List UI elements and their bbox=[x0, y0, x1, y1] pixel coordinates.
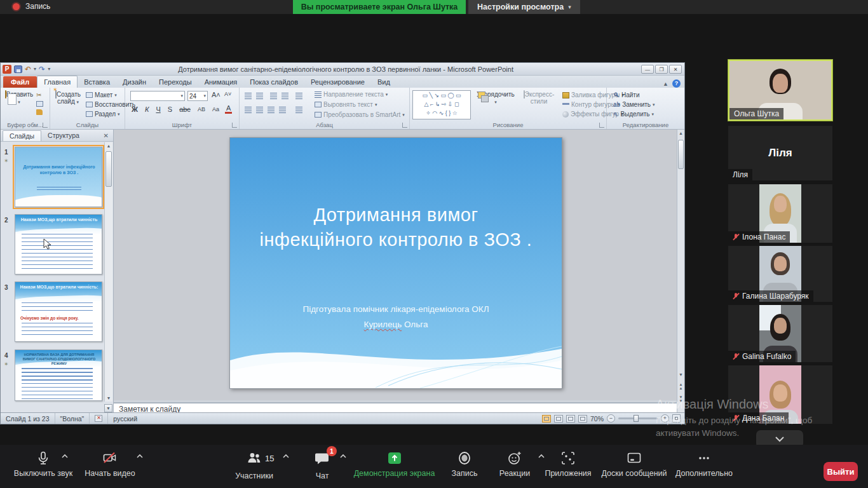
panel-scroll-down-icon[interactable]: ▼ bbox=[105, 396, 112, 400]
layout-button[interactable]: Макет ▾ bbox=[86, 92, 117, 98]
close-panel-icon[interactable]: ✕ bbox=[99, 132, 113, 139]
theme-name[interactable]: "Волна" bbox=[55, 413, 90, 424]
font-color-button[interactable]: А bbox=[225, 104, 232, 114]
participant-tile-ilona-panas[interactable]: Ілона Панас bbox=[728, 184, 832, 243]
zoom-slider[interactable] bbox=[618, 417, 658, 419]
font-dialog-launcher[interactable] bbox=[232, 123, 237, 128]
grow-font-button[interactable]: A˄ bbox=[212, 91, 220, 98]
tab-design[interactable]: Дизайн bbox=[116, 76, 153, 88]
record-button[interactable]: Запись bbox=[440, 450, 489, 478]
format-painter-button[interactable] bbox=[36, 109, 43, 115]
paragraph-dialog-launcher[interactable] bbox=[402, 123, 407, 128]
tab-file[interactable]: Файл bbox=[3, 76, 37, 88]
view-settings-dropdown[interactable]: Настройки просмотра ▾ bbox=[468, 0, 580, 14]
participants-button[interactable]: 15 Участники bbox=[227, 450, 281, 480]
outline-tab[interactable]: Структура bbox=[41, 130, 86, 140]
justify-button[interactable] bbox=[279, 107, 286, 113]
underline-button[interactable]: Ч bbox=[154, 105, 161, 113]
quick-styles-button[interactable]: Экспресс-стили bbox=[517, 91, 561, 105]
participant-tile-olga-shutka[interactable]: Ольга Шутка bbox=[728, 60, 832, 121]
start-video-button[interactable]: Начать видео bbox=[81, 450, 139, 478]
undo-dropdown-icon[interactable]: ▾ bbox=[34, 66, 36, 72]
copy-button[interactable] bbox=[36, 101, 43, 107]
zoom-out-button[interactable]: − bbox=[607, 414, 615, 423]
shapes-gallery[interactable]: ▭ ╲ ↘ ▭ ◯ ▭ △ ⌐ ↳ ⇨ ⇩ ◻ ✧ ◠ ∿ { } ☆ bbox=[412, 90, 471, 119]
next-slide-button[interactable]: ▼▼ bbox=[677, 395, 684, 403]
participant-tile-galina-fufalko[interactable]: Galina Fufalko bbox=[728, 305, 832, 362]
mute-options-chevron-icon[interactable] bbox=[61, 454, 69, 459]
slide-sorter-view-button[interactable] bbox=[554, 415, 563, 423]
current-slide[interactable]: Дотримання вимог інфекційного контролю в… bbox=[229, 137, 562, 389]
main-vertical-scrollbar[interactable]: ▲ ▼ ▲▲ ▼▼ bbox=[677, 130, 684, 414]
help-icon[interactable]: ? bbox=[672, 79, 681, 88]
columns-button[interactable] bbox=[295, 107, 302, 113]
decrease-indent-button[interactable] bbox=[270, 93, 277, 99]
share-screen-button[interactable]: Демонстрация экрана bbox=[348, 450, 440, 478]
increase-indent-button[interactable] bbox=[281, 93, 288, 99]
participant-tile-galyna-sharaburiak[interactable]: Галина Шарабуряк bbox=[728, 246, 832, 302]
slideshow-view-button[interactable] bbox=[578, 415, 587, 423]
slides-tab[interactable]: Слайды bbox=[3, 130, 41, 141]
tab-slideshow[interactable]: Показ слайдов bbox=[243, 76, 304, 88]
undo-button[interactable]: ↶ bbox=[25, 65, 31, 73]
fit-to-window-button[interactable] bbox=[672, 414, 681, 423]
text-direction-button[interactable]: Направление текста ▾ bbox=[315, 91, 388, 98]
participant-tile-lilya[interactable]: Ліля Ліля bbox=[728, 126, 832, 180]
panel-bottom-arrow-button[interactable]: ▼ bbox=[104, 404, 112, 412]
scroll-thumb[interactable] bbox=[678, 140, 684, 169]
change-case-button[interactable]: Аа bbox=[211, 106, 220, 112]
restore-button[interactable]: ❐ bbox=[655, 65, 668, 74]
find-button[interactable]: 🔍︎ Найти bbox=[613, 92, 640, 98]
more-button[interactable]: Дополнительно bbox=[674, 450, 735, 478]
language-indicator[interactable]: русский bbox=[108, 413, 142, 424]
align-center-button[interactable] bbox=[256, 107, 263, 113]
scroll-down-icon[interactable]: ▼ bbox=[677, 372, 684, 377]
text-shadow-button[interactable]: S bbox=[166, 105, 173, 113]
align-right-button[interactable] bbox=[268, 107, 275, 113]
scroll-up-icon[interactable]: ▲ bbox=[677, 131, 684, 135]
tab-insert[interactable]: Вставка bbox=[78, 76, 116, 88]
font-size-combo[interactable]: 24▾ bbox=[187, 91, 208, 101]
strikethrough-button[interactable]: abc bbox=[178, 105, 192, 113]
smartart-button[interactable]: Преобразовать в SmartArt ▾ bbox=[315, 111, 405, 118]
replace-button[interactable]: ab Заменить ▾ bbox=[613, 101, 655, 108]
zoom-slider-thumb[interactable] bbox=[634, 415, 639, 422]
previous-slide-button[interactable]: ▲▲ bbox=[677, 383, 684, 390]
panel-scroll-up-icon[interactable]: ▲ bbox=[105, 144, 112, 148]
font-name-combo[interactable]: ▾ bbox=[130, 91, 185, 101]
slide-thumbnail-2[interactable]: Накази МОЗ,що втратили чинність bbox=[15, 214, 102, 274]
cut-button[interactable]: ✂ bbox=[36, 92, 41, 98]
select-button[interactable]: ⇖ Выделить ▾ bbox=[613, 111, 654, 118]
bullets-button[interactable] bbox=[245, 93, 252, 99]
paste-button[interactable]: Вставить ▾ bbox=[4, 91, 34, 105]
bold-button[interactable]: Ж bbox=[130, 105, 139, 113]
chat-options-chevron-icon[interactable] bbox=[339, 454, 347, 459]
tab-animations[interactable]: Анимация bbox=[198, 76, 244, 88]
shrink-font-button[interactable]: A˅ bbox=[224, 91, 231, 97]
italic-button[interactable]: К bbox=[144, 105, 150, 113]
section-button[interactable]: Раздел ▾ bbox=[86, 111, 120, 118]
numbering-button[interactable] bbox=[256, 93, 263, 99]
character-spacing-button[interactable]: АВ bbox=[196, 106, 207, 112]
slide-thumbnail-1[interactable]: Дотримання вимог інфекційного контролю в… bbox=[15, 147, 102, 207]
normal-view-button[interactable] bbox=[542, 415, 551, 423]
line-spacing-button[interactable] bbox=[295, 93, 302, 99]
panel-scroll-thumb[interactable] bbox=[105, 151, 112, 187]
video-options-chevron-icon[interactable] bbox=[136, 454, 144, 459]
participants-options-chevron-icon[interactable] bbox=[282, 454, 290, 459]
reactions-button[interactable]: Реакции bbox=[492, 450, 538, 478]
new-slide-button[interactable]: Создать слайд ▾ bbox=[53, 91, 83, 105]
drawing-dialog-launcher[interactable] bbox=[599, 123, 604, 128]
chat-button[interactable]: 1 Чат bbox=[304, 450, 341, 480]
save-button[interactable] bbox=[14, 65, 22, 73]
powerpoint-app-icon[interactable]: P bbox=[3, 65, 11, 74]
apps-button[interactable]: Приложения bbox=[541, 450, 595, 478]
tab-transitions[interactable]: Переходы bbox=[153, 76, 198, 88]
clipboard-dialog-launcher[interactable] bbox=[43, 123, 48, 128]
arrange-button[interactable]: Упорядочить ▾ bbox=[476, 91, 515, 105]
slide-panel-scrollbar[interactable]: ▲ ▼ bbox=[104, 142, 112, 402]
participant-tile-dana-balan[interactable]: Дана Балан bbox=[728, 365, 832, 424]
spellcheck-status[interactable] bbox=[90, 413, 108, 424]
slide-thumbnail-3[interactable]: Накази МОЗ,що втратили чинність: Очікуєм… bbox=[15, 281, 102, 342]
tab-review[interactable]: Рецензирование bbox=[304, 76, 371, 88]
